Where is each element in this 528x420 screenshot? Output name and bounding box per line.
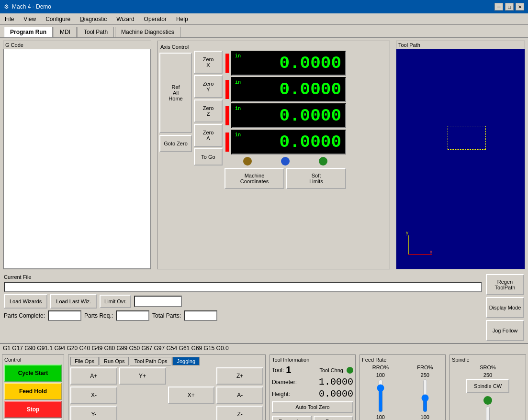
return-button[interactable]: Return [314, 416, 353, 420]
parts-total-label: Total Parts: [152, 312, 181, 319]
rro-max: 100 [376, 372, 385, 378]
menu-wizard[interactable]: Wizard [113, 15, 137, 23]
rro-label: RRO% [372, 365, 389, 370]
axis-z-unit: in [235, 106, 241, 111]
middle-right-btns: RegenToolPath Display Mode Jog Follow [486, 274, 524, 341]
axis-displays-col: in 0.0000 in 0.0000 in 0.0000 [225, 51, 346, 267]
height-value: 0.0000 [319, 388, 353, 399]
axis-x-display: in 0.0000 [231, 51, 346, 76]
fro-label: FRO% [417, 365, 433, 370]
sro-col: SRO% 250 Spindle CW 100 1 [466, 365, 509, 420]
menu-diagnostic[interactable]: Diagnostic [77, 15, 110, 23]
current-file-label: Current File [4, 274, 31, 280]
parts-req-input[interactable]: 0 [116, 310, 149, 321]
zero-x-button[interactable]: ZeroX [194, 51, 223, 74]
feed-rate-cols: RRO% 100 100 1 FRO% 250 100 1 [362, 365, 443, 420]
tool-chng-dot [347, 367, 353, 374]
jog-x-plus-button[interactable]: X+ [168, 387, 215, 404]
goto-zero-button[interactable]: Goto Zero [159, 135, 192, 152]
jog-tab-run-ops[interactable]: Run Ops [100, 357, 129, 365]
axis-x-row: in 0.0000 [225, 51, 346, 76]
display-mode-button[interactable]: Display Mode [486, 297, 524, 318]
cycle-start-button[interactable]: Cycle Start [4, 365, 62, 382]
tab-tool-path[interactable]: Tool Path [78, 27, 114, 37]
tab-machine-diagnostics[interactable]: Machine Diagnostics [115, 27, 180, 37]
tool-height-row: Height: 0.0000 [272, 388, 353, 399]
auto-tool-zero-button[interactable]: Auto Tool Zero [272, 401, 353, 413]
menu-view[interactable]: View [21, 15, 39, 23]
stop-button[interactable]: Stop [4, 401, 62, 418]
current-file-input[interactable] [4, 282, 482, 292]
gcode-textarea[interactable] [3, 49, 151, 269]
parts-row: Parts Complete: 0 Parts Req.: 0 Total Pa… [4, 310, 482, 321]
ref-home-col: RefAllHome Goto Zero [159, 51, 192, 267]
jog-z-minus-button[interactable]: Z- [216, 406, 263, 420]
limit-override-input[interactable] [134, 296, 182, 307]
menu-help[interactable]: Help [173, 15, 191, 23]
tab-bar: Program Run MDI Tool Path Machine Diagno… [0, 25, 528, 38]
tool-diameter-row: Diameter: 1.0000 [272, 376, 353, 387]
ref-all-home-button[interactable]: RefAllHome [159, 53, 192, 133]
jog-x-minus-button[interactable]: X- [70, 387, 117, 404]
gcode-line: G1 G17 G90 G91.1 G94 G20 G40 G49 G80 G99… [0, 343, 528, 353]
minimize-button[interactable]: ─ [494, 3, 503, 11]
axis-dots-row [225, 156, 346, 166]
fro-slider[interactable] [420, 379, 430, 412]
toolpath-label: Tool Path [396, 41, 525, 49]
title-bar: ⚙ Mach 4 - Demo ─ □ ✕ [0, 0, 528, 13]
axis-a-unit: in [235, 133, 241, 138]
jog-a-plus-button[interactable]: A+ [70, 367, 117, 385]
control-panel: Control Cycle Start Feed Hold Stop Reset… [2, 354, 64, 420]
parts-complete-input[interactable]: 0 [48, 310, 81, 321]
toolpath-panel: Tool Path x y [396, 41, 525, 269]
jog-z-plus-button[interactable]: Z+ [216, 367, 263, 385]
regen-toolpath-button[interactable]: RegenToolPath [486, 274, 524, 295]
jog-y-minus-button[interactable]: Y- [70, 406, 117, 420]
tab-mdi[interactable]: MDI [54, 27, 77, 37]
menu-operator[interactable]: Operator [141, 15, 169, 23]
tab-program-run[interactable]: Program Run [4, 27, 53, 37]
machine-coordinates-button[interactable]: MachineCoordinates [225, 168, 284, 189]
soft-limits-button[interactable]: SoftLimits [286, 168, 346, 189]
jog-tab-jogging[interactable]: Jogging [172, 357, 200, 365]
zero-a-button[interactable]: ZeroA [194, 124, 223, 147]
jog-follow-button[interactable]: Jog Follow [486, 320, 524, 341]
axis-bottom-btns: MachineCoordinates SoftLimits [225, 168, 346, 189]
limit-override-button[interactable]: Limit Ovr. [100, 295, 131, 308]
restore-button[interactable]: □ [505, 3, 514, 11]
axis-y-row: in 0.0000 [225, 77, 346, 102]
sro-slider[interactable] [483, 406, 493, 420]
axis-z-value: 0.0000 [279, 106, 341, 126]
load-wizards-button[interactable]: Load Wizards [4, 294, 47, 309]
sro-label: SRO% [480, 365, 496, 370]
title-bar-title: ⚙ Mach 4 - Demo [4, 3, 51, 10]
feed-rate-panel: Feed Rate RRO% 100 100 1 FRO% 250 100 1 [359, 354, 446, 420]
jog-a-minus-button[interactable]: A- [216, 387, 263, 404]
feed-hold-button[interactable]: Feed Hold [4, 383, 62, 400]
jog-tab-tool-path-ops[interactable]: Tool Path Ops [130, 357, 171, 365]
rro-col: RRO% 100 100 1 [372, 365, 389, 420]
menu-file[interactable]: File [2, 15, 17, 23]
spindle-cw-button[interactable]: Spindle CW [466, 379, 509, 393]
zero-z-button[interactable]: ZeroZ [194, 99, 223, 122]
jogging-tabs: File Ops Run Ops Tool Path Ops Jogging [70, 357, 263, 365]
menu-configure[interactable]: Configure [43, 15, 73, 23]
axis-z-row: in 0.0000 [225, 103, 346, 128]
spindle-panel: Spindle SRO% 250 Spindle CW 100 1 0.0 [449, 354, 526, 420]
spindle-sro-col: SRO% 250 Spindle CW 100 1 [452, 365, 524, 420]
load-last-wiz-button[interactable]: Load Last Wiz. [50, 294, 97, 309]
axis-z-indicator [225, 106, 229, 125]
tool-num-row: Tool: 1 Tool Chng. [272, 365, 353, 376]
axis-control-panel: Axis Control RefAllHome Goto Zero ZeroX … [157, 41, 390, 269]
axis-y-unit: in [235, 80, 241, 85]
rro-slider[interactable] [376, 379, 385, 412]
jog-y-plus-button[interactable]: Y+ [119, 367, 166, 385]
jog-tab-file-ops[interactable]: File Ops [70, 357, 99, 365]
zero-y-button[interactable]: ZeroY [194, 75, 223, 98]
bottom-section: Control Cycle Start Feed Hold Stop Reset… [0, 353, 528, 420]
parts-total-input[interactable]: 0 [184, 310, 217, 321]
close-button[interactable]: ✕ [516, 3, 524, 11]
to-go-button[interactable]: To Go [194, 148, 223, 166]
height-label: Height: [272, 391, 290, 398]
remember-button[interactable]: Remember [272, 416, 312, 420]
